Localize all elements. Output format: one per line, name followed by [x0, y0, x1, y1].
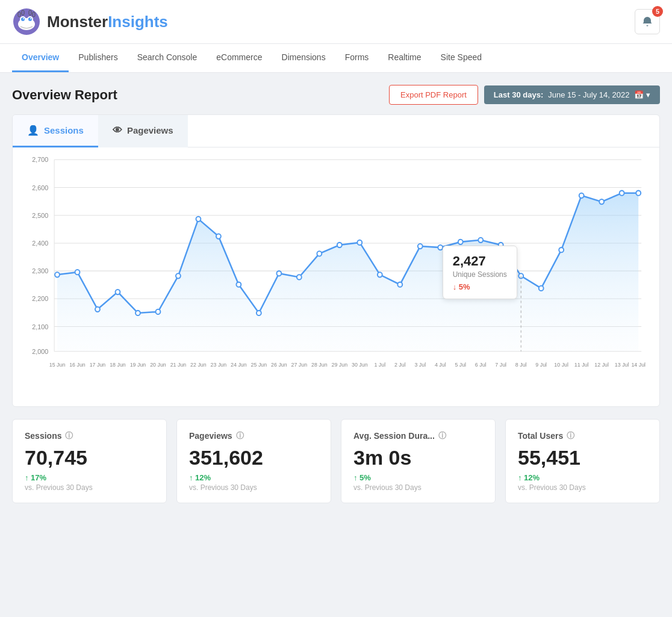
svg-text:17 Jun: 17 Jun: [90, 362, 106, 368]
svg-text:8 Jul: 8 Jul: [515, 362, 527, 368]
svg-text:2,500: 2,500: [32, 212, 48, 219]
sessions-label-text: Sessions: [25, 431, 61, 441]
svg-rect-8: [18, 12, 20, 17]
svg-point-37: [196, 217, 201, 222]
tooltip-change: ↓ 5%: [453, 282, 507, 291]
total-users-value: 55,451: [518, 446, 647, 470]
pageviews-info-icon[interactable]: ⓘ: [236, 430, 244, 441]
header-right: 5: [635, 9, 660, 34]
stat-card-sessions: Sessions ⓘ 70,745 ↑ 17% vs. Previous 30 …: [12, 419, 167, 503]
svg-text:26 Jun: 26 Jun: [271, 362, 287, 368]
svg-point-44: [337, 243, 342, 247]
logo-text: MonsterInsights: [47, 13, 168, 31]
sessions-vs: vs. Previous 30 Days: [25, 483, 154, 492]
svg-text:29 Jun: 29 Jun: [332, 362, 348, 368]
pageviews-label-text: Pageviews: [189, 431, 232, 441]
svg-point-59: [636, 191, 641, 196]
svg-point-39: [236, 282, 241, 287]
total-users-info-icon[interactable]: ⓘ: [567, 430, 574, 441]
svg-text:2,100: 2,100: [32, 323, 48, 330]
logo-area: MonsterInsights: [12, 7, 168, 36]
svg-text:19 Jun: 19 Jun: [130, 362, 146, 368]
svg-point-45: [357, 240, 362, 245]
stat-label-pageviews: Pageviews ⓘ: [189, 430, 319, 441]
sessions-info-icon[interactable]: ⓘ: [65, 430, 73, 441]
svg-point-58: [620, 191, 624, 196]
svg-text:7 Jul: 7 Jul: [495, 362, 506, 368]
tab-pageviews[interactable]: 👁 Pageviews: [98, 115, 188, 147]
nav-item-overview[interactable]: Overview: [12, 44, 69, 72]
logo-monster: Monster: [47, 13, 108, 31]
date-prefix: Last 30 days:: [494, 90, 543, 99]
total-users-change: ↑ 12%: [518, 473, 647, 482]
report-header: Overview Report Export PDF Report Last 3…: [12, 85, 660, 105]
stat-card-pageviews: Pageviews ⓘ 351,602 ↑ 12% vs. Previous 3…: [176, 419, 331, 503]
avg-session-label-text: Avg. Session Dura...: [353, 431, 435, 441]
svg-point-46: [378, 272, 382, 277]
nav-item-realtime[interactable]: Realtime: [378, 44, 431, 72]
svg-text:15 Jun: 15 Jun: [49, 362, 66, 368]
svg-point-47: [397, 282, 402, 287]
report-title: Overview Report: [12, 87, 117, 103]
nav-item-forms[interactable]: Forms: [335, 44, 379, 72]
sessions-chart: 2,700 2,600 2,500 2,400 2,300 2,200 2,10…: [19, 153, 647, 382]
tab-sessions[interactable]: 👤 Sessions: [13, 115, 98, 147]
svg-text:2,600: 2,600: [32, 184, 48, 191]
total-users-label-text: Total Users: [518, 431, 563, 441]
chart-area: 2,700 2,600 2,500 2,400 2,300 2,200 2,10…: [13, 147, 659, 406]
calendar-icon: 📅 ▾: [634, 90, 650, 99]
svg-point-43: [317, 251, 322, 256]
svg-point-40: [257, 311, 261, 315]
logo-insights: Insights: [108, 13, 168, 31]
notification-button[interactable]: 5: [635, 9, 660, 34]
nav-item-search-console[interactable]: Search Console: [128, 44, 207, 72]
svg-text:10 Jul: 10 Jul: [554, 362, 568, 368]
main-content: Overview Report Export PDF Report Last 3…: [0, 73, 672, 515]
pageviews-value: 351,602: [189, 446, 319, 470]
svg-text:2,700: 2,700: [32, 156, 48, 163]
nav-item-ecommerce[interactable]: eCommerce: [207, 44, 272, 72]
svg-text:20 Jun: 20 Jun: [150, 362, 166, 368]
svg-point-56: [579, 193, 584, 198]
chart-card: 👤 Sessions 👁 Pageviews 2,700: [12, 114, 660, 407]
date-range-button[interactable]: Last 30 days: June 15 - July 14, 2022 📅 …: [484, 85, 660, 104]
svg-text:2,400: 2,400: [32, 240, 48, 247]
sessions-value: 70,745: [25, 446, 154, 470]
svg-point-7: [30, 18, 31, 19]
svg-rect-9: [22, 10, 24, 15]
avg-session-value: 3m 0s: [353, 446, 483, 470]
svg-text:27 Jun: 27 Jun: [291, 362, 308, 368]
svg-point-30: [55, 272, 60, 277]
main-nav: Overview Publishers Search Console eComm…: [0, 44, 672, 73]
svg-point-6: [23, 18, 24, 19]
sessions-change: ↑ 17%: [25, 473, 154, 482]
eye-icon: 👁: [113, 125, 122, 136]
svg-point-32: [95, 307, 100, 312]
svg-point-31: [75, 270, 80, 274]
stat-label-sessions: Sessions ⓘ: [25, 430, 154, 441]
svg-point-54: [539, 286, 544, 291]
tooltip-label: Unique Sessions: [453, 270, 507, 279]
nav-item-dimensions[interactable]: Dimensions: [272, 44, 335, 72]
nav-item-site-speed[interactable]: Site Speed: [431, 44, 492, 72]
svg-point-55: [559, 247, 564, 252]
svg-point-51: [478, 238, 483, 243]
svg-text:16 Jun: 16 Jun: [69, 362, 86, 368]
export-pdf-button[interactable]: Export PDF Report: [389, 85, 478, 105]
svg-text:4 Jul: 4 Jul: [435, 362, 446, 368]
sessions-tab-label: Sessions: [44, 125, 84, 135]
svg-point-48: [418, 244, 423, 249]
svg-text:2,200: 2,200: [32, 295, 48, 302]
svg-point-4: [21, 17, 25, 21]
pageviews-vs: vs. Previous 30 Days: [189, 483, 319, 492]
report-actions: Export PDF Report Last 30 days: June 15 …: [389, 85, 660, 105]
svg-point-36: [176, 273, 181, 278]
svg-rect-11: [33, 12, 35, 17]
stat-label-avg-session: Avg. Session Dura... ⓘ: [353, 430, 483, 441]
svg-text:28 Jun: 28 Jun: [311, 362, 328, 368]
svg-text:11 Jul: 11 Jul: [574, 362, 589, 368]
chart-tabs: 👤 Sessions 👁 Pageviews: [13, 115, 659, 147]
nav-item-publishers[interactable]: Publishers: [69, 44, 127, 72]
avg-session-info-icon[interactable]: ⓘ: [438, 430, 446, 441]
bell-icon: [641, 16, 653, 28]
